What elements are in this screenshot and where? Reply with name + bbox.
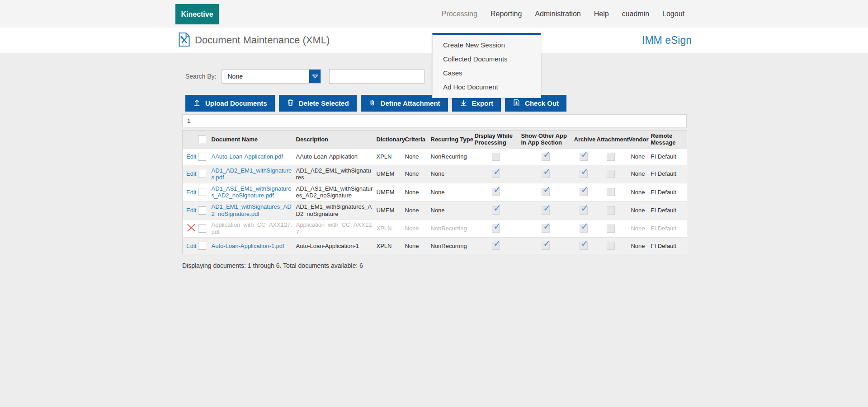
display-while-processing-checkbox xyxy=(492,170,500,178)
paperclip-icon xyxy=(368,99,376,108)
search-by-selected-value: None xyxy=(222,70,309,83)
criteria-cell: None xyxy=(404,183,430,201)
archive-checkbox xyxy=(580,153,588,161)
row-checkbox[interactable] xyxy=(198,170,206,178)
select-all-header xyxy=(197,131,211,149)
recurring-type-cell: None xyxy=(430,165,474,183)
document-name-link[interactable]: Application_with_CC_AXX127.pdf xyxy=(212,221,292,235)
pagination-bar: 1 xyxy=(182,114,687,127)
show-other-app-header: Show Other App In App Section xyxy=(520,131,573,149)
display-while-processing-checkbox xyxy=(492,225,500,233)
row-checkbox[interactable] xyxy=(198,153,206,161)
row-checkbox[interactable] xyxy=(198,225,206,233)
archive-checkbox xyxy=(580,188,588,196)
display-while-processing-checkbox xyxy=(492,242,500,250)
criteria-header: Criteria xyxy=(404,131,430,149)
upload-documents-button[interactable]: Upload Documents xyxy=(185,95,275,112)
nav-item-cuadmin[interactable]: cuadmin xyxy=(622,10,649,18)
table-row: Application_with_CC_AXX127.pdf Applicati… xyxy=(183,220,687,238)
documents-table: Document Name Description Dictionary Cri… xyxy=(182,130,687,254)
show-other-app-checkbox xyxy=(542,170,550,178)
table-row: Edit AAuto-Loan-Application.pdf AAuto-Lo… xyxy=(183,148,687,165)
vendor-cell: None xyxy=(628,238,650,254)
archive-checkbox xyxy=(580,242,588,250)
page-title: Document Maintenance (XML) xyxy=(195,34,330,46)
dictionary-cell: XPLN xyxy=(376,238,404,254)
upload-icon xyxy=(193,99,201,108)
check-out-label: Check Out xyxy=(525,99,559,107)
row-checkbox[interactable] xyxy=(198,188,206,196)
attachment-checkbox xyxy=(607,170,615,178)
recurring-type-cell: None xyxy=(430,201,474,220)
kinective-logo[interactable]: Kinective xyxy=(175,4,219,24)
document-name-link[interactable]: AD1_EM1_withSignatures_AD2_noSignature.p… xyxy=(212,203,292,217)
recurring-type-header: Recurring Type xyxy=(430,131,474,149)
delete-x-icon[interactable] xyxy=(186,223,196,234)
delete-selected-label: Delete Selected xyxy=(299,99,349,107)
remote-message-header: Remote Message xyxy=(650,131,687,149)
nav-item-processing[interactable]: Processing xyxy=(442,10,477,18)
archive-checkbox xyxy=(580,170,588,178)
nav-item-logout[interactable]: Logout xyxy=(662,10,684,18)
description-cell: AD1_EM1_withSignatures_AD2_noSignature xyxy=(295,201,376,220)
search-input[interactable] xyxy=(329,69,425,84)
main-nav: Processing Reporting Administration Help… xyxy=(442,0,684,28)
vendor-cell: None xyxy=(628,165,650,183)
check-out-document-icon xyxy=(513,99,520,108)
documents-summary: Displaying documents: 1 through 6. Total… xyxy=(182,262,687,269)
display-while-processing-checkbox xyxy=(492,153,500,161)
select-all-checkbox[interactable] xyxy=(198,135,206,143)
remote-message-cell: FI Default xyxy=(650,220,687,238)
chevron-down-icon[interactable] xyxy=(309,70,321,83)
attachment-checkbox xyxy=(607,242,615,250)
menu-item-collected-documents[interactable]: Collected Documents xyxy=(433,52,541,66)
archive-checkbox xyxy=(580,225,588,233)
document-name-link[interactable]: AD1_AD2_EM1_withSignatures.pdf xyxy=(212,167,292,181)
show-other-app-checkbox xyxy=(542,225,550,233)
nav-item-help[interactable]: Help xyxy=(594,10,609,18)
menu-item-create-new-session[interactable]: Create New Session xyxy=(433,38,541,52)
remote-message-cell: FI Default xyxy=(650,238,687,254)
download-icon xyxy=(460,99,467,108)
criteria-cell: None xyxy=(404,238,430,254)
nav-item-reporting[interactable]: Reporting xyxy=(491,10,522,18)
menu-item-cases[interactable]: Cases xyxy=(433,66,541,80)
search-by-label: Search By: xyxy=(185,73,216,80)
show-other-app-checkbox xyxy=(542,188,550,196)
export-label: Export xyxy=(472,99,494,107)
attachment-checkbox xyxy=(607,153,615,161)
nav-item-administration[interactable]: Administration xyxy=(535,10,580,18)
document-name-header: Document Name xyxy=(211,131,295,149)
document-name-link[interactable]: AAuto-Loan-Application.pdf xyxy=(212,153,292,160)
row-checkbox[interactable] xyxy=(198,206,206,215)
edit-link[interactable]: Edit xyxy=(186,153,196,160)
recurring-type-cell: NonRecurring xyxy=(430,148,474,165)
edit-link[interactable]: Edit xyxy=(186,170,196,177)
table-row: Edit AD1_AD2_EM1_withSignatures.pdf AD1_… xyxy=(183,165,687,183)
show-other-app-checkbox xyxy=(542,242,550,250)
show-other-app-checkbox xyxy=(542,153,550,161)
dictionary-cell: UMEM xyxy=(376,165,404,183)
archive-header: Archive xyxy=(573,131,596,149)
edit-link[interactable]: Edit xyxy=(186,243,196,249)
delete-selected-button[interactable]: Delete Selected xyxy=(279,95,357,112)
edit-link[interactable]: Edit xyxy=(186,189,196,196)
document-name-link[interactable]: Auto-Loan-Application-1.pdf xyxy=(212,243,292,250)
page-number[interactable]: 1 xyxy=(183,117,190,124)
document-name-link[interactable]: AD1_AS1_EM1_withSignatures_AD2_noSignatu… xyxy=(212,185,292,199)
edit-link[interactable]: Edit xyxy=(186,207,196,214)
menu-item-ad-hoc-document[interactable]: Ad Hoc Document xyxy=(433,80,541,94)
search-by-select[interactable]: None xyxy=(222,69,321,84)
vendor-cell: None xyxy=(628,183,650,201)
vendor-cell: None xyxy=(628,201,650,220)
dictionary-cell: XPLN xyxy=(376,220,404,238)
table-row: Edit Auto-Loan-Application-1.pdf Auto-Lo… xyxy=(183,238,687,254)
row-checkbox[interactable] xyxy=(198,242,206,250)
trash-icon xyxy=(287,99,294,108)
processing-dropdown-menu: Create New Session Collected Documents C… xyxy=(432,33,541,98)
description-cell: Application_with_CC_AXX127 xyxy=(295,220,376,238)
description-cell: Auto-Loan-Application-1 xyxy=(295,238,376,254)
remote-message-cell: FI Default xyxy=(650,148,687,165)
document-maintenance-icon xyxy=(178,32,190,49)
criteria-cell: None xyxy=(404,201,430,220)
